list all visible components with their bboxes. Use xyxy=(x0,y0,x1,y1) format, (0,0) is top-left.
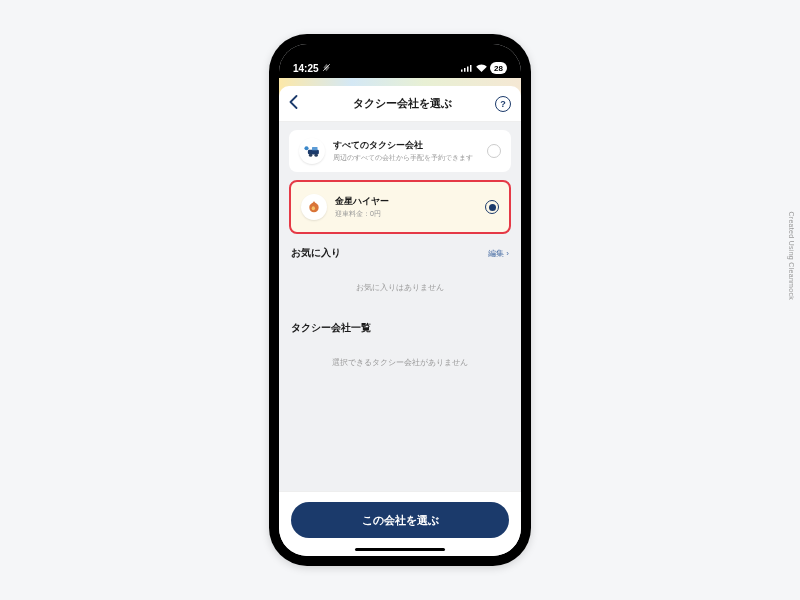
confirm-button[interactable]: この会社を選ぶ xyxy=(291,502,509,538)
screen: 14:25 28 タクシー会社を選ぶ ? xyxy=(279,44,521,556)
page-title: タクシー会社を選ぶ xyxy=(353,96,452,111)
bottom-bar: この会社を選ぶ xyxy=(279,491,521,556)
kinsei-logo-icon xyxy=(301,194,327,220)
favorites-title: お気に入り xyxy=(291,246,341,260)
company-list-header: タクシー会社一覧 xyxy=(291,321,509,335)
help-button[interactable]: ? xyxy=(495,96,511,112)
battery-indicator: 28 xyxy=(490,62,507,74)
mockup-credit: Created Using Cleanmock xyxy=(789,211,796,300)
company-desc: 周辺のすべての会社から手配を予約できます xyxy=(333,153,479,162)
phone-frame: 14:25 28 タクシー会社を選ぶ ? xyxy=(269,34,531,566)
location-off-icon xyxy=(322,63,331,74)
svg-point-10 xyxy=(312,206,315,210)
company-desc: 迎車料金：0円 xyxy=(335,209,477,218)
all-taxis-icon xyxy=(299,138,325,164)
svg-rect-9 xyxy=(312,147,318,150)
radio-unchecked[interactable] xyxy=(487,144,501,158)
status-time: 14:25 xyxy=(293,63,319,74)
svg-rect-3 xyxy=(467,66,469,71)
svg-rect-1 xyxy=(461,69,463,71)
company-list-title: タクシー会社一覧 xyxy=(291,321,371,335)
svg-rect-6 xyxy=(308,150,319,155)
svg-rect-2 xyxy=(464,68,466,72)
nav-header: タクシー会社を選ぶ ? xyxy=(279,86,521,122)
radio-checked[interactable] xyxy=(485,200,499,214)
svg-point-7 xyxy=(309,153,312,156)
edit-favorites-button[interactable]: 編集 › xyxy=(488,248,509,259)
company-name: 金星ハイヤー xyxy=(335,195,477,208)
svg-point-5 xyxy=(304,146,308,150)
company-option-all[interactable]: すべてのタクシー会社 周辺のすべての会社から手配を予約できます xyxy=(289,130,511,172)
home-indicator[interactable] xyxy=(355,548,445,551)
signal-icon xyxy=(461,63,473,74)
favorites-header: お気に入り 編集 › xyxy=(291,246,509,260)
company-option-kinsei[interactable]: 金星ハイヤー 迎車料金：0円 xyxy=(289,180,511,234)
phone-notch xyxy=(345,44,455,66)
favorites-empty: お気に入りはありません xyxy=(289,266,511,309)
company-name: すべてのタクシー会社 xyxy=(333,139,479,152)
content-area: すべてのタクシー会社 周辺のすべての会社から手配を予約できます 金星ハイヤー 迎… xyxy=(279,122,521,491)
back-button[interactable] xyxy=(289,95,309,113)
svg-rect-4 xyxy=(470,65,472,72)
wifi-icon xyxy=(476,63,487,74)
svg-point-8 xyxy=(314,153,317,156)
company-list-empty: 選択できるタクシー会社がありません xyxy=(289,341,511,384)
